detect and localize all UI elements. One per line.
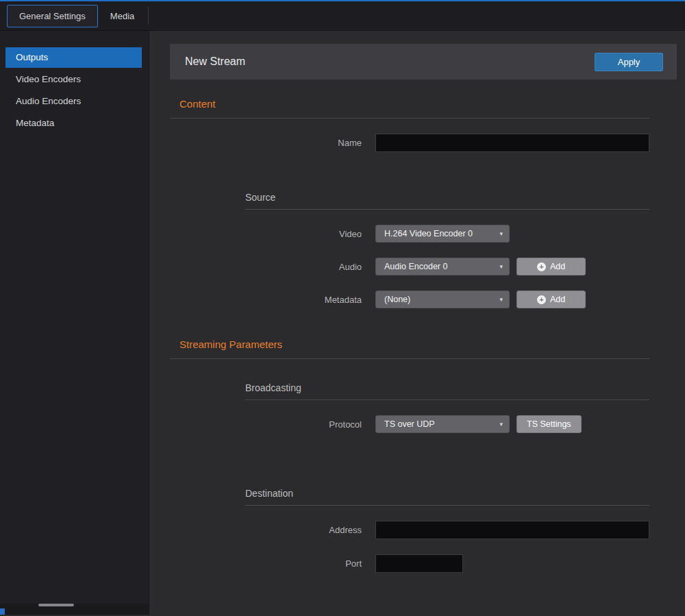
name-row: Name xyxy=(170,134,685,152)
address-row: Address xyxy=(170,521,685,539)
add-metadata-button[interactable]: + Add xyxy=(516,291,586,308)
metadata-row: Metadata (None) ▾ + Add xyxy=(170,291,685,308)
section-divider xyxy=(170,118,649,119)
plus-icon: + xyxy=(537,262,546,271)
section-divider xyxy=(170,358,649,359)
add-audio-button[interactable]: + Add xyxy=(516,258,586,275)
video-label: Video xyxy=(170,229,362,239)
ts-settings-button[interactable]: TS Settings xyxy=(516,415,582,433)
name-input[interactable] xyxy=(375,134,649,152)
main-panel: New Stream Apply Content Name Source Vid… xyxy=(149,31,685,615)
subsection-heading-broadcasting: Broadcasting xyxy=(245,382,649,393)
page-title: New Stream xyxy=(185,56,245,68)
section-heading-content: Content xyxy=(179,98,685,110)
address-label: Address xyxy=(170,525,362,535)
section-heading-streaming-parameters: Streaming Parameters xyxy=(179,338,685,350)
plus-icon: + xyxy=(537,295,546,304)
video-row: Video H.264 Video Encoder 0 ▾ xyxy=(170,225,685,243)
address-input[interactable] xyxy=(375,521,649,539)
metadata-label: Metadata xyxy=(170,295,362,305)
metadata-source-value: (None) xyxy=(384,295,410,304)
tab-media[interactable]: Media xyxy=(98,5,147,27)
subsection-heading-source: Source xyxy=(245,192,649,203)
video-source-value: H.264 Video Encoder 0 xyxy=(384,229,473,238)
sidebar: Outputs Video Encoders Audio Encoders Me… xyxy=(0,31,149,615)
chevron-down-icon: ▾ xyxy=(499,230,503,237)
port-label: Port xyxy=(170,558,362,569)
chevron-down-icon: ▾ xyxy=(499,296,503,303)
add-metadata-label: Add xyxy=(550,295,565,304)
tab-divider xyxy=(148,7,149,25)
protocol-dropdown[interactable]: TS over UDP ▾ xyxy=(375,415,510,433)
chevron-down-icon: ▾ xyxy=(499,421,503,428)
port-row: Port xyxy=(170,554,685,573)
panel-header: New Stream Apply xyxy=(170,44,677,79)
sidebar-item-audio-encoders[interactable]: Audio Encoders xyxy=(5,91,142,112)
sidebar-item-metadata[interactable]: Metadata xyxy=(5,113,142,134)
audio-row: Audio Audio Encoder 0 ▾ + Add xyxy=(170,258,685,275)
app-window: General Settings Media Outputs Video Enc… xyxy=(0,0,685,616)
top-tab-bar: General Settings Media xyxy=(0,0,685,31)
subsection-heading-destination: Destination xyxy=(245,488,649,499)
port-input[interactable] xyxy=(375,554,463,573)
horizontal-scrollbar-track[interactable] xyxy=(0,604,149,615)
protocol-label: Protocol xyxy=(170,419,362,430)
sidebar-item-video-encoders[interactable]: Video Encoders xyxy=(5,69,142,90)
horizontal-scrollbar-thumb[interactable] xyxy=(38,604,74,606)
corner-accent xyxy=(0,608,5,615)
chevron-down-icon: ▾ xyxy=(499,263,503,270)
name-label: Name xyxy=(170,138,362,148)
subsection-source: Source xyxy=(245,192,649,210)
subsection-destination: Destination xyxy=(245,488,649,506)
video-source-dropdown[interactable]: H.264 Video Encoder 0 ▾ xyxy=(375,225,510,243)
metadata-source-dropdown[interactable]: (None) ▾ xyxy=(375,291,510,308)
tab-general-settings[interactable]: General Settings xyxy=(7,5,98,27)
audio-source-dropdown[interactable]: Audio Encoder 0 ▾ xyxy=(375,258,510,275)
sidebar-item-outputs[interactable]: Outputs xyxy=(5,47,142,68)
subsection-broadcasting: Broadcasting xyxy=(245,382,649,400)
audio-source-value: Audio Encoder 0 xyxy=(384,262,447,271)
body-layout: Outputs Video Encoders Audio Encoders Me… xyxy=(0,31,685,615)
audio-label: Audio xyxy=(170,262,362,272)
apply-button[interactable]: Apply xyxy=(595,53,663,71)
protocol-value: TS over UDP xyxy=(384,419,435,429)
protocol-row: Protocol TS over UDP ▾ TS Settings xyxy=(170,415,685,433)
add-audio-label: Add xyxy=(550,262,565,271)
ts-settings-label: TS Settings xyxy=(527,419,571,429)
